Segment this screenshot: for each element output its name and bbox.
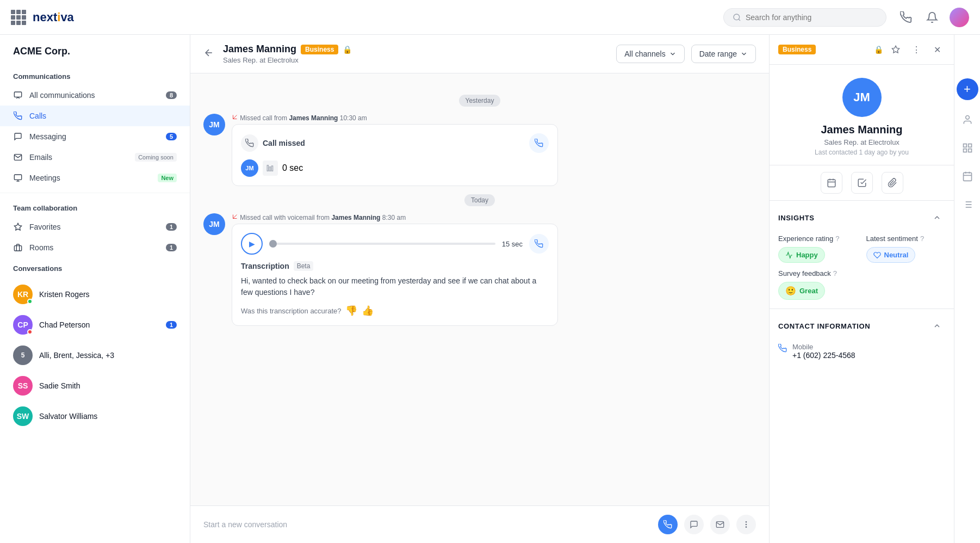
avatar: SS: [13, 376, 33, 396]
list-item[interactable]: SS Sadie Smith: [0, 371, 190, 401]
experience-rating-label: Experience rating ?: [778, 235, 858, 243]
emails-label: Emails: [29, 153, 128, 162]
transcription-label: Transcription: [241, 262, 289, 270]
msg-content-voicemail: Missed call with voicemail from James Ma…: [232, 213, 756, 326]
rail-grid-icon[interactable]: [959, 139, 976, 157]
latest-sentiment-label: Latest sentiment ?: [866, 235, 946, 243]
great-emoji: 🙂: [785, 286, 796, 296]
message-group: JM Missed call from James Manning 10:30 …: [203, 114, 756, 186]
call-back-button[interactable]: [529, 133, 549, 153]
user-avatar[interactable]: [950, 8, 969, 27]
communications-section-title: Communications: [0, 66, 190, 85]
feedback-question: Was this transcription accurate?: [241, 307, 341, 315]
svg-rect-11: [269, 167, 270, 171]
right-panel: Business 🔒 ⋮ ✕ JM James Manning Sales Re…: [769, 35, 954, 543]
grid-icon[interactable]: [11, 10, 26, 25]
footer-phone-button[interactable]: [658, 515, 678, 534]
back-button[interactable]: [203, 47, 214, 61]
experience-help-icon[interactable]: ?: [835, 235, 839, 243]
rp-action-row: [770, 165, 954, 201]
jm-avatar-small: JM: [241, 159, 258, 177]
survey-value: 🙂 Great: [778, 282, 825, 300]
logo-text: nextiva: [33, 10, 74, 24]
msg-content: Missed call from James Manning 10:30 am …: [232, 114, 756, 186]
transcription-section: Transcription Beta Hi, wanted to check b…: [241, 261, 549, 298]
team-section-title: Team collaboration: [0, 198, 190, 217]
star-icon: [13, 222, 23, 232]
svg-point-22: [965, 116, 969, 120]
sidebar-item-all-communications[interactable]: All communications 8: [0, 85, 190, 106]
inbox-icon: [13, 90, 23, 100]
sidebar-item-messaging[interactable]: Messaging 5: [0, 126, 190, 147]
conv-name: Chad Peterson: [39, 320, 159, 329]
rp-more-button[interactable]: ⋮: [908, 41, 925, 58]
rail-list-icon[interactable]: [959, 196, 976, 213]
svg-point-14: [746, 522, 746, 522]
insights-header: INSIGHTS: [778, 209, 945, 226]
phone-nav-icon[interactable]: [897, 9, 915, 26]
bell-icon[interactable]: [923, 9, 941, 26]
sidebar-item-meetings[interactable]: Meetings New: [0, 168, 190, 188]
sidebar-item-emails[interactable]: Emails Coming soon: [0, 147, 190, 168]
survey-help-icon[interactable]: ?: [833, 269, 837, 277]
insights-collapse-button[interactable]: [929, 209, 945, 226]
conv-name: Kristen Rogers: [39, 290, 177, 299]
contact-info-header: CONTACT INFORMATION: [778, 318, 945, 334]
icon-rail: +: [954, 35, 980, 543]
svg-rect-27: [963, 172, 971, 181]
svg-point-15: [746, 524, 746, 525]
avatar: SW: [13, 406, 33, 426]
task-action-button[interactable]: [851, 172, 873, 194]
avatar: CP: [13, 315, 33, 335]
sidebar-item-calls[interactable]: Calls: [0, 106, 190, 126]
rail-calendar-icon[interactable]: [959, 168, 976, 185]
msg-header-voicemail: Missed call with voicemail from James Ma…: [232, 213, 756, 221]
svg-marker-17: [892, 46, 899, 53]
footer-email-button[interactable]: [710, 515, 730, 534]
rail-plus-button[interactable]: +: [957, 78, 978, 100]
calendar-action-button[interactable]: [821, 172, 842, 194]
mobile-value: +1 (602) 225-4568: [792, 351, 855, 360]
list-item[interactable]: CP Chad Peterson 1: [0, 310, 190, 340]
rp-avatar: JM: [842, 78, 882, 117]
list-item[interactable]: KR Kristen Rogers: [0, 279, 190, 310]
footer-more-button[interactable]: [736, 515, 756, 534]
sidebar-item-rooms[interactable]: Rooms 1: [0, 237, 190, 258]
svg-rect-10: [267, 165, 268, 171]
sentiment-help-icon[interactable]: ?: [920, 235, 924, 243]
play-button[interactable]: ▶: [241, 233, 263, 255]
thumbs-down-button[interactable]: 👎: [345, 305, 357, 317]
waveform-icon: [263, 161, 278, 176]
meetings-icon: [13, 173, 23, 183]
sidebar-item-favorites[interactable]: Favorites 1: [0, 217, 190, 237]
search-bar[interactable]: [723, 8, 886, 27]
all-communications-label: All communications: [29, 91, 159, 100]
search-input[interactable]: [746, 13, 865, 22]
attachment-action-button[interactable]: [882, 172, 903, 194]
rp-close-button[interactable]: ✕: [929, 41, 945, 58]
date-range-dropdown[interactable]: Date range: [691, 45, 756, 63]
sidebar: ACME Corp. Communications All communicat…: [0, 35, 190, 543]
footer-message-button[interactable]: [684, 515, 704, 534]
rp-header: Business 🔒 ⋮ ✕: [770, 35, 954, 65]
thumbs-up-button[interactable]: 👍: [362, 305, 374, 317]
voicemail-bubble: ▶ 15 sec Transcription: [232, 224, 558, 326]
contact-info-collapse-button[interactable]: [929, 318, 945, 334]
messaging-icon: [13, 132, 23, 141]
voicemail-call-back-button[interactable]: [529, 234, 549, 254]
voicemail-contact: James Manning: [331, 214, 380, 221]
svg-rect-24: [968, 144, 971, 147]
rail-user-icon[interactable]: [959, 111, 976, 128]
chat-footer: Start a new conversation: [190, 505, 769, 543]
progress-bar[interactable]: [269, 243, 495, 245]
svg-rect-26: [963, 149, 966, 152]
contact-info-title: CONTACT INFORMATION: [778, 322, 870, 330]
lock-icon: 🔒: [343, 45, 352, 54]
chat-messages[interactable]: Yesterday JM Missed call from James Mann…: [190, 73, 769, 505]
list-item[interactable]: 5 Alli, Brent, Jessica, +3: [0, 340, 190, 371]
rp-star-button[interactable]: [888, 41, 904, 58]
svg-line-1: [739, 19, 740, 21]
voicemail-time: 8:30 am: [382, 214, 406, 221]
list-item[interactable]: SW Salvator Williams: [0, 401, 190, 431]
all-channels-dropdown[interactable]: All channels: [616, 45, 685, 63]
